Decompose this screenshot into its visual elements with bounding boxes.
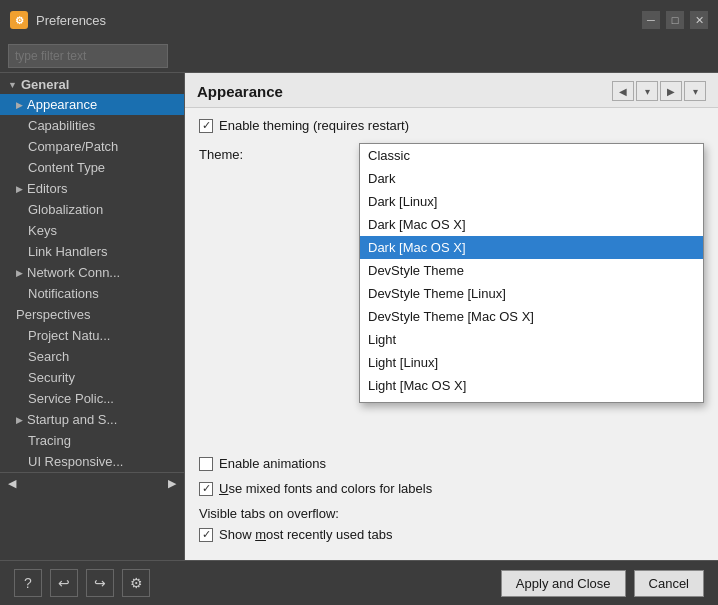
filter-input[interactable] xyxy=(8,44,168,68)
panel-nav-forward[interactable]: ▶ xyxy=(660,81,682,101)
sidebar-item-label-editors: Editors xyxy=(27,181,67,196)
sidebar-section-general[interactable]: ▼ General xyxy=(0,73,184,94)
sidebar-item-label-keys: Keys xyxy=(28,223,57,238)
cancel-button[interactable]: Cancel xyxy=(634,570,704,597)
sidebar-item-security[interactable]: Security xyxy=(0,367,184,388)
sidebar-item-label-tracing: Tracing xyxy=(28,433,71,448)
settings-icon-button[interactable]: ⚙ xyxy=(122,569,150,597)
sidebar-item-keys[interactable]: Keys xyxy=(0,220,184,241)
sidebar-item-label-compare-patch: Compare/Patch xyxy=(28,139,118,154)
sidebar-item-search[interactable]: Search xyxy=(0,346,184,367)
sidebar-item-network-conn[interactable]: ▶ Network Conn... xyxy=(0,262,184,283)
theme-option-dark-linux[interactable]: Dark [Linux] xyxy=(360,190,703,213)
sidebar-item-label-perspectives: Perspectives xyxy=(16,307,90,322)
theme-option-classic[interactable]: Classic xyxy=(360,144,703,167)
sidebar-item-label-security: Security xyxy=(28,370,75,385)
app-icon: ⚙ xyxy=(10,11,28,29)
import-button[interactable]: ↩ xyxy=(50,569,78,597)
enable-animations-checkbox[interactable] xyxy=(199,457,213,471)
bottom-left-icons: ? ↩ ↪ ⚙ xyxy=(14,569,150,597)
sidebar-item-label-project-natu: Project Natu... xyxy=(28,328,110,343)
titlebar: ⚙ Preferences ─ □ ✕ xyxy=(0,0,718,40)
enable-animations-row: Enable animations xyxy=(199,456,704,471)
below-dropdown-content: Enable animations Use mixed fonts and co… xyxy=(199,456,704,560)
theme-option-devstyle-macosx[interactable]: DevStyle Theme [Mac OS X] xyxy=(360,305,703,328)
use-mixed-fonts-label: Use mixed fonts and colors for labels xyxy=(219,481,432,496)
window-controls: ─ □ ✕ xyxy=(642,11,708,29)
sidebar-item-link-handlers[interactable]: Link Handlers xyxy=(0,241,184,262)
theme-option-dark-macosx-selected[interactable]: Dark [Mac OS X] xyxy=(360,236,703,259)
overflow-section: Visible tabs on overflow: Show most rece… xyxy=(199,506,704,542)
sidebar-item-notifications[interactable]: Notifications xyxy=(0,283,184,304)
show-recently-label: Show most recently used tabs xyxy=(219,527,392,542)
sidebar-item-label-link-handlers: Link Handlers xyxy=(28,244,108,259)
minimize-button[interactable]: ─ xyxy=(642,11,660,29)
sidebar-scroll-right[interactable]: ▶ xyxy=(164,475,180,492)
help-icon-button[interactable]: ? xyxy=(14,569,42,597)
sidebar-item-ui-responsive[interactable]: UI Responsive... xyxy=(0,451,184,472)
sidebar-item-editors[interactable]: ▶ Editors xyxy=(0,178,184,199)
sidebar-item-label-appearance: Appearance xyxy=(27,97,97,112)
sidebar-item-tracing[interactable]: Tracing xyxy=(0,430,184,451)
expand-arrow-editors: ▶ xyxy=(16,184,23,194)
theme-option-devstyle-linux[interactable]: DevStyle Theme [Linux] xyxy=(360,282,703,305)
right-panel: Appearance ◀ ▾ ▶ ▾ Enable theming (requi… xyxy=(185,73,718,560)
sidebar-item-globalization[interactable]: Globalization xyxy=(0,199,184,220)
sidebar-item-content-type[interactable]: Content Type xyxy=(0,157,184,178)
close-button[interactable]: ✕ xyxy=(690,11,708,29)
window-title: Preferences xyxy=(36,13,642,28)
bottom-bar: ? ↩ ↪ ⚙ Apply and Close Cancel xyxy=(0,560,718,605)
bottom-right-buttons: Apply and Close Cancel xyxy=(501,570,704,597)
export-button[interactable]: ↪ xyxy=(86,569,114,597)
sidebar-scroll-left[interactable]: ◀ xyxy=(4,475,20,492)
expand-arrow-general: ▼ xyxy=(8,80,17,90)
enable-theming-row: Enable theming (requires restart) xyxy=(199,118,704,133)
panel-content: Enable theming (requires restart) Theme:… xyxy=(185,108,718,560)
sidebar-section-label-general: General xyxy=(21,77,69,92)
show-recently-checkbox[interactable] xyxy=(199,528,213,542)
sidebar-item-service-polic[interactable]: Service Polic... xyxy=(0,388,184,409)
theme-dropdown-list[interactable]: Classic Dark Dark [Linux] Dark [Mac OS X… xyxy=(359,143,704,403)
theme-option-light[interactable]: Light xyxy=(360,328,703,351)
sidebar-item-startup[interactable]: ▶ Startup and S... xyxy=(0,409,184,430)
enable-theming-label: Enable theming (requires restart) xyxy=(219,118,409,133)
maximize-button[interactable]: □ xyxy=(666,11,684,29)
sidebar-item-perspectives[interactable]: Perspectives xyxy=(0,304,184,325)
use-mixed-fonts-checkbox[interactable] xyxy=(199,482,213,496)
sidebar-item-label-notifications: Notifications xyxy=(28,286,99,301)
enable-theming-checkbox[interactable] xyxy=(199,119,213,133)
panel-nav: ◀ ▾ ▶ ▾ xyxy=(612,81,706,101)
theme-option-devstyle[interactable]: DevStyle Theme xyxy=(360,259,703,282)
theme-label: Theme: xyxy=(199,147,359,162)
panel-header: Appearance ◀ ▾ ▶ ▾ xyxy=(185,73,718,108)
sidebar-item-label-capabilities: Capabilities xyxy=(28,118,95,133)
expand-arrow-network: ▶ xyxy=(16,268,23,278)
sidebar-item-label-content-type: Content Type xyxy=(28,160,105,175)
theme-section: Theme: Dark [Mac OS X] ▼ Classic Dark Da… xyxy=(199,143,704,166)
content-area: ▼ General ▶ Appearance Capabilities Comp… xyxy=(0,73,718,560)
use-mixed-fonts-row: Use mixed fonts and colors for labels xyxy=(199,481,704,496)
apply-and-close-button[interactable]: Apply and Close xyxy=(501,570,626,597)
overflow-label: Visible tabs on overflow: xyxy=(199,506,704,521)
theme-option-dark[interactable]: Dark xyxy=(360,167,703,190)
theme-option-light-linux[interactable]: Light [Linux] xyxy=(360,351,703,374)
filter-bar xyxy=(0,40,718,73)
theme-option-dark-macosx[interactable]: Dark [Mac OS X] xyxy=(360,213,703,236)
sidebar-item-label-ui-responsive: UI Responsive... xyxy=(28,454,123,469)
sidebar-item-project-natu[interactable]: Project Natu... xyxy=(0,325,184,346)
sidebar-item-label-globalization: Globalization xyxy=(28,202,103,217)
sidebar-item-appearance[interactable]: ▶ Appearance xyxy=(0,94,184,115)
sidebar-item-label-search: Search xyxy=(28,349,69,364)
theme-option-windows-classic[interactable]: Windows Classic xyxy=(360,397,703,403)
sidebar-item-compare-patch[interactable]: Compare/Patch xyxy=(0,136,184,157)
panel-nav-dropdown[interactable]: ▾ xyxy=(636,81,658,101)
panel-nav-back[interactable]: ◀ xyxy=(612,81,634,101)
sidebar: ▼ General ▶ Appearance Capabilities Comp… xyxy=(0,73,185,560)
main-container: ▼ General ▶ Appearance Capabilities Comp… xyxy=(0,40,718,605)
sidebar-item-label-service-polic: Service Polic... xyxy=(28,391,114,406)
panel-title: Appearance xyxy=(197,83,283,100)
panel-nav-dropdown2[interactable]: ▾ xyxy=(684,81,706,101)
sidebar-item-capabilities[interactable]: Capabilities xyxy=(0,115,184,136)
sidebar-item-label-network-conn: Network Conn... xyxy=(27,265,120,280)
theme-option-light-macosx[interactable]: Light [Mac OS X] xyxy=(360,374,703,397)
